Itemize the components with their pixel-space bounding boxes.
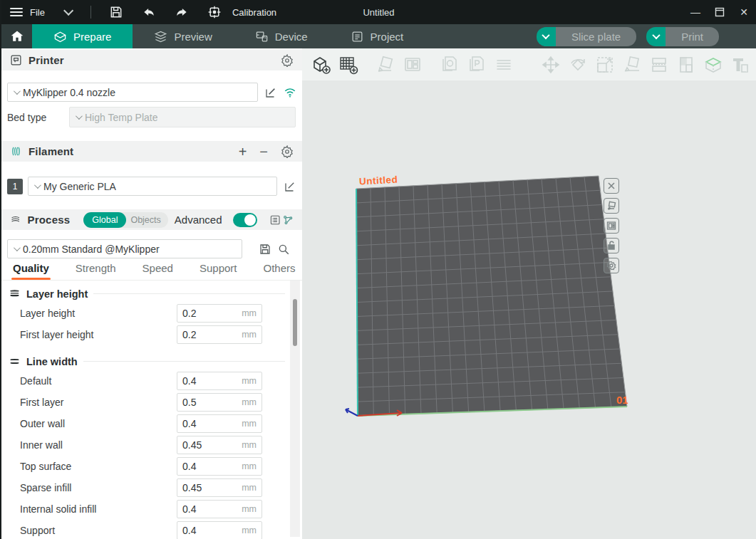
arrange-plate-button[interactable] <box>604 198 619 214</box>
printer-section-header: Printer <box>1 50 302 70</box>
window-close-button[interactable]: ✕ <box>732 0 756 24</box>
params-scrollbar-thumb[interactable] <box>293 299 297 346</box>
first-layer-height-input[interactable]: 0.2 mm <box>177 325 262 344</box>
tab-strength[interactable]: Strength <box>76 262 116 280</box>
bed-type-select[interactable]: High Temp Plate <box>69 107 296 127</box>
filament-section-header: Filament + − <box>1 141 302 162</box>
param-unit: mm <box>242 440 257 450</box>
wifi-connection-icon[interactable] <box>284 86 296 99</box>
file-menu[interactable]: File <box>30 7 45 18</box>
undo-icon[interactable] <box>142 5 156 19</box>
remove-filament-button[interactable]: − <box>259 145 268 159</box>
print-dropdown-button[interactable] <box>646 27 666 46</box>
auto-orient-button[interactable] <box>376 55 395 75</box>
lay-on-face-button[interactable] <box>622 55 642 75</box>
param-value: 0.4 <box>182 375 242 387</box>
scope-objects-option[interactable]: Objects <box>126 215 167 225</box>
window-minimize-button[interactable]: — <box>683 0 708 24</box>
scale-button[interactable] <box>595 55 615 75</box>
slice-plate-dropdown-button[interactable] <box>537 27 556 46</box>
line-width-group-header: Line width <box>1 345 302 370</box>
calibration-label[interactable]: Calibration <box>232 7 276 18</box>
param-value: 0.4 <box>182 418 242 429</box>
internal-solid-infill-line-width-input[interactable]: 0.4 mm <box>177 500 262 518</box>
viewport-3d[interactable]: Untitled 01 <box>302 48 756 539</box>
tab-preview-label: Preview <box>174 31 212 43</box>
window-maximize-button[interactable] <box>708 0 732 24</box>
edit-filament-preset-icon[interactable] <box>284 180 296 193</box>
tab-device[interactable]: Device <box>234 24 329 48</box>
save-preset-icon[interactable] <box>259 243 271 256</box>
tab-project[interactable]: Project <box>329 24 425 48</box>
search-icon[interactable] <box>277 243 290 256</box>
add-plate-button[interactable] <box>338 55 358 75</box>
assembly-view-button[interactable] <box>494 55 514 75</box>
layer-height-input[interactable]: 0.2 mm <box>177 304 262 323</box>
process-icon <box>10 214 21 226</box>
import-parameters-button[interactable] <box>467 55 487 75</box>
printer-preset-value: MyKlipper 0.4 nozzle <box>23 87 115 98</box>
scope-global-option[interactable]: Global <box>83 212 126 228</box>
filament-slot-badge[interactable]: 1 <box>7 179 23 194</box>
bed-type-value: High Temp Plate <box>85 112 157 123</box>
tab-speed[interactable]: Speed <box>143 262 173 280</box>
printer-preset-select[interactable]: MyKlipper 0.4 nozzle <box>7 83 258 102</box>
tab-preview[interactable]: Preview <box>133 24 233 48</box>
plate-name-label: Untitled <box>359 174 398 187</box>
top-surface-line-width-input[interactable]: 0.4 mm <box>177 457 262 476</box>
import-geometry-button[interactable] <box>440 55 460 75</box>
support-line-width-input[interactable]: 0.4 mm <box>177 521 262 539</box>
process-preset-select[interactable]: 0.20mm Standard @MyKlipper <box>7 239 242 258</box>
delete-plate-button[interactable] <box>604 178 619 194</box>
process-scope-toggle[interactable]: Global Objects <box>83 212 168 228</box>
param-row: First layer 0.5 mm <box>1 392 302 413</box>
tab-quality[interactable]: Quality <box>13 262 49 280</box>
filament-preset-select[interactable]: My Generic PLA <box>28 177 277 196</box>
param-label: First layer <box>20 397 177 408</box>
fill-color-button[interactable] <box>676 55 696 75</box>
tab-others[interactable]: Others <box>264 262 296 280</box>
param-unit: mm <box>242 461 257 471</box>
plate-settings-button[interactable] <box>604 218 619 234</box>
chevron-down-icon <box>14 88 21 95</box>
parameter-list-icon[interactable] <box>269 214 281 226</box>
compare-presets-icon[interactable] <box>282 214 294 226</box>
calibration-icon[interactable] <box>207 5 222 19</box>
first-layer-line-width-input[interactable]: 0.5 mm <box>177 393 262 412</box>
build-plate[interactable] <box>302 80 756 539</box>
hamburger-menu-icon[interactable] <box>10 8 23 16</box>
tab-prepare[interactable]: Prepare <box>32 24 133 48</box>
redo-icon[interactable] <box>175 5 189 19</box>
sparse-infill-line-width-input[interactable]: 0.45 mm <box>177 478 262 497</box>
slice-plate-button[interactable]: Slice plate <box>556 27 636 46</box>
outer-wall-line-width-input[interactable]: 0.4 mm <box>177 414 262 433</box>
param-label: First layer height <box>20 329 177 340</box>
print-button[interactable]: Print <box>666 27 719 46</box>
split-button[interactable] <box>649 55 669 75</box>
rotate-button[interactable] <box>568 55 588 75</box>
filament-settings-gear-icon[interactable] <box>281 145 294 158</box>
param-row: Inner wall 0.45 mm <box>1 434 302 456</box>
advanced-toggle[interactable] <box>233 213 258 227</box>
plate-gear-button[interactable] <box>604 258 619 273</box>
lock-plate-button[interactable] <box>604 238 619 253</box>
home-button[interactable] <box>1 24 32 48</box>
add-filament-button[interactable]: + <box>239 145 247 159</box>
param-label: Sparse infill <box>20 482 177 493</box>
save-icon[interactable] <box>109 5 123 19</box>
tab-support[interactable]: Support <box>200 262 237 280</box>
filament-preset-value: My Generic PLA <box>43 181 116 192</box>
params-scrollbar-track[interactable] <box>290 281 300 537</box>
cut-button[interactable] <box>703 55 723 75</box>
default-line-width-input[interactable]: 0.4 mm <box>177 372 262 390</box>
add-object-button[interactable] <box>311 55 331 75</box>
text-tool-button[interactable] <box>730 55 750 75</box>
edit-printer-preset-icon[interactable] <box>264 86 277 99</box>
arrange-button[interactable] <box>403 55 423 75</box>
param-value: 0.4 <box>182 525 242 536</box>
printer-section-title: Printer <box>29 54 64 66</box>
move-button[interactable] <box>541 55 561 75</box>
inner-wall-line-width-input[interactable]: 0.45 mm <box>177 436 262 454</box>
chevron-down-icon[interactable] <box>63 6 73 16</box>
printer-settings-gear-icon[interactable] <box>281 54 294 67</box>
